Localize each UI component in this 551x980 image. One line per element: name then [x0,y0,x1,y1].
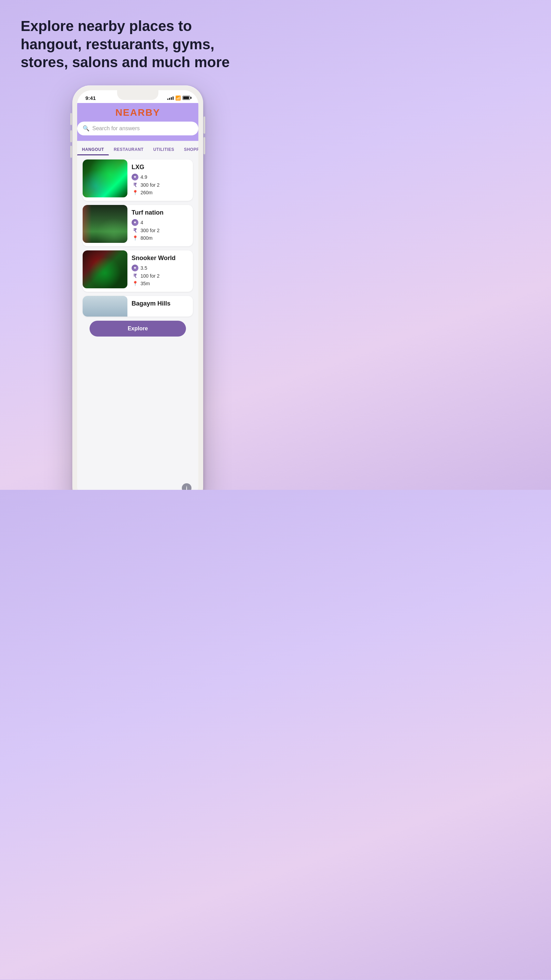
rupee-icon-lxg: ₹ [132,182,138,188]
search-icon: 🔍 [83,125,89,132]
place-info-bagaym: Bagaym Hills [132,296,193,317]
signal-bar-3 [171,97,172,100]
place-distance-snooker: 📍 35m [132,281,189,286]
app-logo: NEARBY [77,107,198,118]
place-price-snooker: ₹ 100 for 2 [132,273,189,279]
place-image-turf [83,205,127,243]
status-icons: 📶 [167,95,190,100]
place-distance-turf: 📍 800m [132,235,189,241]
price-value-turf: 300 for 2 [140,228,159,233]
search-bar[interactable]: 🔍 Search for answers [77,122,198,135]
hero-section: Explore nearby places to hangout, restua… [0,0,275,82]
place-card-bagaym[interactable]: Bagaym Hills [83,296,193,317]
status-time: 9:41 [86,95,96,101]
star-icon-lxg: ★ [132,173,138,180]
rating-value-snooker: 3.5 [140,265,147,271]
place-name-lxg: LXG [132,164,189,171]
app-header: NEARBY 🔍 Search for answers [77,103,198,141]
phone-shell: 9:41 📶 NEARBY [72,86,203,490]
place-price-turf: ₹ 300 for 2 [132,228,189,234]
place-info-snooker: Snooker World ★ 3.5 ₹ 100 for 2 📍 [132,250,193,292]
phone-mockup: 9:41 📶 NEARBY [72,86,203,490]
place-price-lxg: ₹ 300 for 2 [132,182,189,188]
place-card-turf[interactable]: Turf nation ★ 4 ₹ 300 for 2 📍 [83,205,193,246]
rupee-icon-snooker: ₹ [132,273,138,279]
pin-icon-turf: 📍 [132,235,138,241]
rupee-icon-turf: ₹ [132,228,138,234]
place-info-turf: Turf nation ★ 4 ₹ 300 for 2 📍 [132,205,193,246]
price-value-snooker: 100 for 2 [140,273,159,279]
place-image-lxg [83,159,127,197]
distance-value-turf: 800m [140,235,152,241]
explore-button[interactable]: Explore [89,321,186,337]
phone-screen: 9:41 📶 NEARBY [77,90,198,490]
tab-hangout[interactable]: HANGOUT [77,145,109,155]
place-distance-lxg: 📍 260m [132,190,189,195]
place-image-bagaym [83,296,127,317]
star-icon-snooker: ★ [132,264,138,271]
pin-icon-snooker: 📍 [132,281,138,286]
distance-value-lxg: 260m [140,190,152,195]
star-icon-turf: ★ [132,219,138,226]
search-placeholder: Search for answers [92,126,140,132]
tab-shopping[interactable]: SHOPPING [179,145,198,155]
hero-title: Explore nearby places to hangout, restua… [21,17,255,72]
signal-icon [167,96,173,100]
wifi-icon: 📶 [175,95,181,100]
price-value-lxg: 300 for 2 [140,182,159,188]
tab-restaurant[interactable]: RESTAURANT [109,145,148,155]
tab-utilities[interactable]: UTILITIES [148,145,179,155]
place-rating-snooker: ★ 3.5 [132,264,189,271]
signal-bar-1 [167,99,168,100]
place-rating-lxg: ★ 4.9 [132,173,189,180]
place-image-snooker [83,250,127,288]
place-name-bagaym: Bagaym Hills [132,300,189,307]
rating-value-turf: 4 [140,220,143,225]
battery-icon [183,96,190,100]
signal-bar-4 [173,97,173,100]
phone-notch [117,90,159,100]
place-card-snooker[interactable]: Snooker World ★ 3.5 ₹ 100 for 2 📍 [83,250,193,292]
places-list: LXG ★ 4.9 ₹ 300 for 2 📍 260m [83,155,193,317]
app-content: LXG ★ 4.9 ₹ 300 for 2 📍 260m [77,155,198,490]
place-card-lxg[interactable]: LXG ★ 4.9 ₹ 300 for 2 📍 260m [83,159,193,201]
signal-bar-2 [169,98,170,100]
place-rating-turf: ★ 4 [132,219,189,226]
place-name-snooker: Snooker World [132,255,189,262]
category-tabs: HANGOUT RESTAURANT UTILITIES SHOPPING [77,141,198,155]
rating-value-lxg: 4.9 [140,174,147,180]
distance-value-snooker: 35m [140,281,150,286]
place-info-lxg: LXG ★ 4.9 ₹ 300 for 2 📍 260m [132,159,193,201]
place-name-turf: Turf nation [132,209,189,216]
pin-icon-lxg: 📍 [132,190,138,195]
